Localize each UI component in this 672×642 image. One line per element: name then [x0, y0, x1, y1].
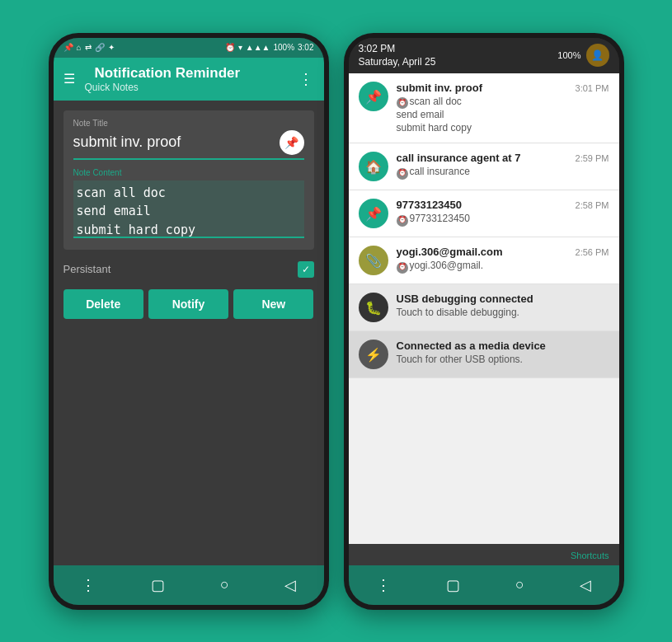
checkmark-icon: ✓ — [302, 264, 310, 275]
notif-content-usb: USB debugging connected Touch to disable… — [397, 293, 609, 320]
nav-circle-icon[interactable]: ○ — [220, 576, 229, 593]
shortcuts-bar: Shortcuts — [349, 544, 619, 565]
nav-dots-icon[interactable]: ⋮ — [81, 576, 96, 594]
persistent-label: Persistant — [63, 263, 111, 275]
notif-item-2[interactable]: 🏠 call insurance agent at 7 2:59 PM ⏰cal… — [349, 143, 619, 190]
notif-time-2: 2:59 PM — [576, 153, 609, 163]
right-nav-back-icon[interactable]: ◁ — [580, 576, 591, 594]
shortcuts-label: Shortcuts — [571, 551, 609, 560]
notif-body-3: ⏰97733123450 — [397, 213, 609, 226]
notif-title-row-usb: USB debugging connected — [397, 293, 609, 305]
user-avatar: 👤 — [586, 44, 609, 67]
delete-button[interactable]: Delete — [63, 289, 143, 319]
left-status-bar: 📌 ⌂ ⇄ 🔗 ✦ ⏰ ▾ ▲▲▲ 100% 3:02 — [54, 38, 324, 58]
toolbar-title-block: Notification Reminder Quick Notes — [85, 65, 298, 93]
pin-status-icon: 📌 — [63, 43, 73, 52]
notif-time-3: 2:58 PM — [576, 200, 609, 210]
left-toolbar: ☰ Notification Reminder Quick Notes ⋮ — [54, 58, 324, 101]
notify-button[interactable]: Notify — [148, 289, 228, 319]
alarm-icon: ⏰ — [225, 43, 235, 52]
battery-text: 100% — [273, 43, 294, 52]
notif-icon-3: 📌 — [359, 199, 388, 228]
notif-sub-icon-1: ⏰ — [397, 97, 408, 109]
notif-time-1: 3:01 PM — [576, 83, 609, 93]
content-spacer — [63, 327, 314, 555]
notif-icon-4: 📎 — [359, 246, 388, 275]
notif-sub-icon-4: ⏰ — [397, 262, 408, 274]
notif-title-row-2: call insurance agent at 7 2:59 PM — [397, 152, 609, 164]
notif-title-usb: USB debugging connected — [397, 293, 533, 305]
notif-body-media: Touch for other USB options. — [397, 354, 609, 367]
home-status-icon: ⌂ — [77, 43, 82, 52]
notif-icon-media: ⚡ — [359, 340, 388, 369]
app-title: Notification Reminder — [95, 65, 298, 82]
notification-list: 📌 submit inv. proof 3:01 PM ⏰scan all do… — [349, 73, 619, 543]
title-label: Note Title — [73, 119, 304, 128]
left-bottom-nav: ⋮ ▢ ○ ◁ — [54, 565, 324, 605]
notif-title-row-4: yogi.306@gmail.com 2:56 PM — [397, 246, 609, 258]
paperclip-status-icon: 🔗 — [95, 43, 105, 52]
pin-button[interactable]: 📌 — [280, 130, 304, 155]
notif-content-2: call insurance agent at 7 2:59 PM ⏰call … — [397, 152, 609, 179]
hamburger-icon[interactable]: ☰ — [63, 71, 75, 87]
note-title-row: 📌 — [73, 130, 304, 160]
right-battery: 100% — [557, 50, 580, 60]
right-date: Saturday, April 25 — [359, 55, 436, 69]
notif-body-4: ⏰yogi.306@gmail. — [397, 260, 609, 273]
right-status-right: 100% 👤 — [557, 44, 609, 67]
notif-item-3[interactable]: 📌 97733123450 2:58 PM ⏰97733123450 — [349, 190, 619, 237]
wifi-icon: ▾ — [238, 43, 242, 52]
notif-item-usb[interactable]: 🐛 USB debugging connected Touch to disab… — [349, 284, 619, 331]
action-buttons: Delete Notify New — [63, 289, 314, 319]
notif-title-row-1: submit inv. proof 3:01 PM — [397, 82, 609, 94]
right-phone: 3:02 PM Saturday, April 25 100% 👤 📌 subm… — [344, 33, 624, 610]
notif-icon-2: 🏠 — [359, 152, 388, 181]
time-text: 3:02 — [298, 43, 313, 52]
notif-item-4[interactable]: 📎 yogi.306@gmail.com 2:56 PM ⏰yogi.306@g… — [349, 237, 619, 284]
notif-item-1[interactable]: 📌 submit inv. proof 3:01 PM ⏰scan all do… — [349, 73, 619, 143]
content-label: Note Content — [73, 168, 304, 177]
status-icons-right: ⏰ ▾ ▲▲▲ 100% 3:02 — [225, 43, 314, 52]
persistent-checkbox[interactable]: ✓ — [298, 261, 314, 278]
right-nav-square-icon[interactable]: ▢ — [446, 576, 460, 594]
left-content: Note Title 📌 Note Content scan all doc s… — [54, 101, 324, 565]
nav-square-icon[interactable]: ▢ — [151, 576, 165, 594]
notif-title-3: 97733123450 — [397, 199, 463, 211]
arrows-status-icon: ⇄ — [85, 43, 92, 52]
notification-screen: 📌 submit inv. proof 3:01 PM ⏰scan all do… — [349, 73, 619, 565]
note-title-input[interactable] — [73, 134, 280, 151]
notif-icon-usb: 🐛 — [359, 293, 388, 322]
notif-time-4: 2:56 PM — [576, 247, 609, 257]
notif-sub-icon-2: ⏰ — [397, 168, 408, 180]
right-nav-dots-icon[interactable]: ⋮ — [376, 576, 391, 594]
notif-content-4: yogi.306@gmail.com 2:56 PM ⏰yogi.306@gma… — [397, 246, 609, 273]
notif-content-3: 97733123450 2:58 PM ⏰97733123450 — [397, 199, 609, 226]
right-time: 3:02 PM — [359, 42, 436, 56]
notif-body-2: ⏰call insurance — [397, 166, 609, 179]
right-status-time-block: 3:02 PM Saturday, April 25 — [359, 42, 436, 70]
notif-body-1: ⏰scan all docsend emailsubmit hard copy — [397, 96, 609, 134]
notif-sub-icon-3: ⏰ — [397, 215, 408, 227]
right-bottom-nav: ⋮ ▢ ○ ◁ — [349, 565, 619, 605]
new-button[interactable]: New — [233, 289, 313, 319]
signal-icon: ▲▲▲ — [246, 43, 270, 52]
note-content-input[interactable]: scan all doc send email submit hard copy — [73, 180, 304, 238]
notif-item-media[interactable]: ⚡ Connected as a media device Touch for … — [349, 331, 619, 378]
github-status-icon: ✦ — [108, 43, 115, 52]
notif-title-row-3: 97733123450 2:58 PM — [397, 199, 609, 211]
notif-body-usb: Touch to disable debugging. — [397, 307, 609, 320]
app-subtitle: Quick Notes — [85, 82, 298, 93]
right-nav-circle-icon[interactable]: ○ — [515, 576, 524, 593]
notif-content-media: Connected as a media device Touch for ot… — [397, 340, 609, 367]
status-icons-left: 📌 ⌂ ⇄ 🔗 ✦ — [63, 43, 115, 52]
notif-content-1: submit inv. proof 3:01 PM ⏰scan all docs… — [397, 82, 609, 134]
notif-title-4: yogi.306@gmail.com — [397, 246, 503, 258]
notif-title-2: call insurance agent at 7 — [397, 152, 521, 164]
more-options-icon[interactable]: ⋮ — [298, 70, 314, 88]
notif-title-1: submit inv. proof — [397, 82, 482, 94]
right-status-bar: 3:02 PM Saturday, April 25 100% 👤 — [349, 38, 619, 74]
notif-title-row-media: Connected as a media device — [397, 340, 609, 352]
nav-back-icon[interactable]: ◁ — [284, 576, 296, 594]
notif-title-media: Connected as a media device — [397, 340, 546, 352]
note-card: Note Title 📌 Note Content scan all doc s… — [63, 110, 314, 250]
